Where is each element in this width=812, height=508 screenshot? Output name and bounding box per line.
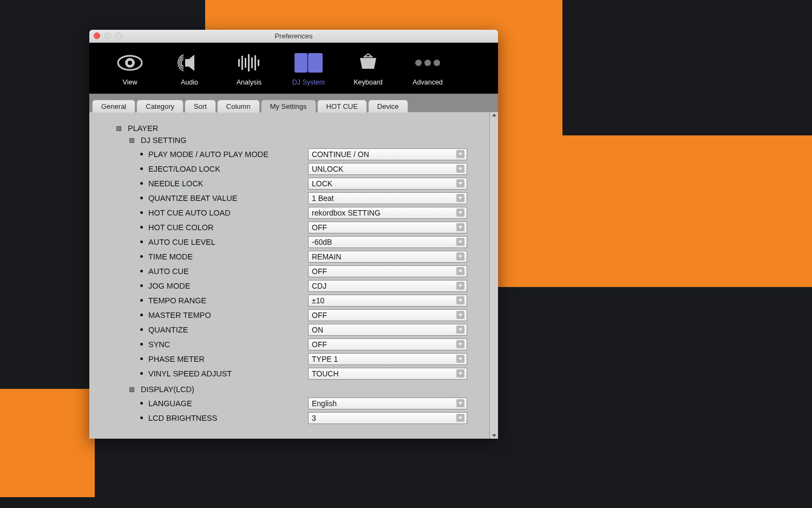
setting-label: PHASE METER <box>148 355 308 363</box>
setting-row-vinyl-speed-adjust: VINYL SPEED ADJUSTTOUCH <box>140 366 473 381</box>
dropdown-needle-lock[interactable]: LOCK <box>308 178 467 190</box>
setting-row-quantize-beat-value: QUANTIZE BEAT VALUE1 Beat <box>140 191 473 205</box>
dropdown-jog-mode[interactable]: CDJ <box>308 280 467 292</box>
dropdown-play-mode-auto-play-mode[interactable]: CONTINUE / ON <box>308 148 467 160</box>
bullet-icon <box>140 328 143 331</box>
window-minimize-button[interactable] <box>104 32 111 39</box>
dropdown-sync[interactable]: OFF <box>308 338 467 350</box>
toolbar-dj-system[interactable]: DJ System <box>290 49 328 86</box>
setting-row-play-mode-auto-play-mode: PLAY MODE / AUTO PLAY MODECONTINUE / ON <box>140 147 473 161</box>
window-close-button[interactable] <box>94 32 100 39</box>
preferences-window: Preferences View Audio Analysis <box>89 30 498 439</box>
toolbar-view[interactable]: View <box>111 49 149 86</box>
dropdown-value: ON <box>312 325 323 334</box>
bullet-icon <box>140 255 143 258</box>
window-title: Preferences <box>274 32 312 40</box>
setting-row-tempo-range: TEMPO RANGE±10 <box>140 293 473 308</box>
svg-point-2 <box>128 61 132 65</box>
tab-my-settings[interactable]: My Settings <box>261 100 316 113</box>
dropdown-value: ±10 <box>312 296 324 305</box>
svg-point-31 <box>415 60 422 66</box>
svg-point-18 <box>318 56 320 57</box>
prefs-tabbar: General Category Sort Column My Settings… <box>89 94 498 112</box>
dropdown-auto-cue[interactable]: OFF <box>308 265 467 277</box>
square-marker-icon <box>129 138 134 143</box>
tab-column[interactable]: Column <box>217 100 260 113</box>
setting-row-eject-load-lock: EJECT/LOAD LOCKUNLOCK <box>140 161 473 176</box>
dropdown-value: -60dB <box>312 238 332 246</box>
dropdown-value: 3 <box>312 414 316 422</box>
setting-label: LANGUAGE <box>148 399 308 408</box>
chevron-down-icon <box>456 238 464 246</box>
tab-hot-cue[interactable]: HOT CUE <box>317 100 367 113</box>
chevron-down-icon <box>456 325 464 334</box>
dropdown-quantize-beat-value[interactable]: 1 Beat <box>308 192 467 204</box>
setting-row-sync: SYNCOFF <box>140 337 473 351</box>
setting-label: AUTO CUE <box>148 267 308 276</box>
setting-label: VINYL SPEED ADJUST <box>148 369 308 378</box>
svg-point-22 <box>318 58 320 60</box>
dropdown-time-mode[interactable]: REMAIN <box>308 251 467 263</box>
chevron-down-icon <box>456 150 464 158</box>
svg-rect-3 <box>238 59 240 67</box>
scrollbar-vertical[interactable] <box>489 112 498 439</box>
subsection-display-lcd: DISPLAY(LCD) <box>129 385 473 394</box>
setting-row-lcd-brightness: LCD BRIGHTNESS3 <box>140 411 473 425</box>
svg-point-13 <box>300 65 302 67</box>
svg-rect-4 <box>241 56 243 70</box>
tab-category[interactable]: Category <box>136 100 184 113</box>
dropdown-hot-cue-auto-load[interactable]: rekordbox SETTING <box>308 207 467 219</box>
svg-point-24 <box>313 61 315 63</box>
setting-label: AUTO CUE LEVEL <box>148 238 308 246</box>
toolbar-advanced[interactable]: Advanced <box>409 49 447 86</box>
dropdown-auto-cue-level[interactable]: -60dB <box>308 236 467 248</box>
window-zoom-button[interactable] <box>115 32 122 39</box>
dropdown-quantize[interactable]: ON <box>308 324 467 336</box>
dropdown-lcd-brightness[interactable]: 3 <box>308 412 467 424</box>
toolbar-keyboard[interactable]: Keyboard <box>349 49 387 86</box>
chevron-down-icon <box>456 209 464 217</box>
setting-label: EJECT/LOAD LOCK <box>148 165 308 173</box>
svg-rect-8 <box>254 55 256 70</box>
svg-rect-28 <box>316 66 320 67</box>
tab-general[interactable]: General <box>92 100 135 113</box>
dropdown-master-tempo[interactable]: OFF <box>308 309 467 321</box>
chevron-down-icon <box>456 282 464 290</box>
chevron-down-icon <box>456 267 464 275</box>
eye-icon <box>117 49 143 76</box>
dropdown-hot-cue-color[interactable]: OFF <box>308 222 467 233</box>
bullet-icon <box>140 357 143 360</box>
toolbar-analysis[interactable]: Analysis <box>230 49 268 86</box>
bullet-icon <box>140 211 143 214</box>
dropdown-eject-load-lock[interactable]: UNLOCK <box>308 163 467 175</box>
dropdown-vinyl-speed-adjust[interactable]: TOUCH <box>308 368 467 380</box>
square-marker-icon <box>116 126 121 131</box>
dropdown-value: OFF <box>312 340 327 349</box>
section-header-player: PLAYER <box>116 124 473 133</box>
toolbar-audio[interactable]: Audio <box>171 49 208 86</box>
setting-label: PLAY MODE / AUTO PLAY MODE <box>148 150 308 159</box>
dropdown-phase-meter[interactable]: TYPE 1 <box>308 353 467 365</box>
tab-sort[interactable]: Sort <box>185 100 216 113</box>
tab-device[interactable]: Device <box>368 100 408 113</box>
setting-label: TIME MODE <box>148 252 308 261</box>
speaker-icon <box>174 49 205 76</box>
square-marker-icon <box>129 387 134 392</box>
window-traffic-lights <box>94 32 122 39</box>
bullet-icon <box>140 284 143 287</box>
dropdown-tempo-range[interactable]: ±10 <box>308 295 467 307</box>
toolbar-label: View <box>123 79 137 86</box>
dropdown-value: TOUCH <box>312 369 339 378</box>
dropdown-value: English <box>312 399 337 408</box>
chevron-down-icon <box>456 369 464 377</box>
bullet-icon <box>140 226 143 229</box>
bullet-icon <box>140 182 143 185</box>
bullet-icon <box>140 343 143 346</box>
svg-rect-7 <box>251 57 253 68</box>
dropdown-language[interactable]: English <box>308 398 467 409</box>
svg-rect-11 <box>297 55 305 59</box>
settings-panel: PLAYER DJ SETTING PLAY MODE / AUTO PLAY … <box>89 112 489 439</box>
setting-row-time-mode: TIME MODEREMAIN <box>140 249 473 264</box>
setting-row-auto-cue-level: AUTO CUE LEVEL-60dB <box>140 235 473 249</box>
chevron-down-icon <box>456 355 464 363</box>
